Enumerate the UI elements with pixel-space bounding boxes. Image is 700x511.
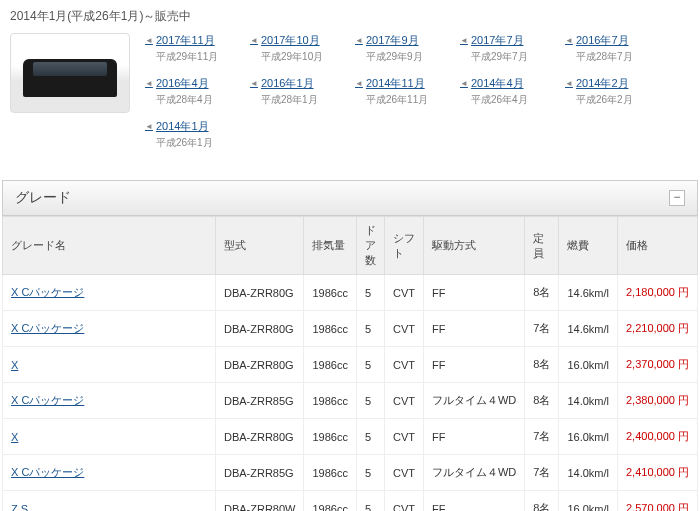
car-thumbnail — [10, 33, 130, 113]
cell-shift: CVT — [384, 347, 423, 383]
cell-model: DBA-ZRR80G — [215, 275, 304, 311]
grade-link[interactable]: X Cパッケージ — [11, 394, 84, 406]
cell-model: DBA-ZRR80G — [215, 419, 304, 455]
cell-shift: CVT — [384, 275, 423, 311]
cell-fuel: 16.0km/l — [559, 347, 618, 383]
cell-shift: CVT — [384, 383, 423, 419]
cell-drive: FF — [423, 311, 524, 347]
cell-shift: CVT — [384, 455, 423, 491]
cell-disp: 1986cc — [304, 491, 356, 512]
cell-fuel: 14.6km/l — [559, 275, 618, 311]
cell-price: 2,400,000 円 — [618, 419, 698, 455]
collapse-button[interactable]: − — [669, 190, 685, 206]
year-link-item: 2014年2月平成26年2月 — [565, 76, 650, 107]
grade-link[interactable]: X Cパッケージ — [11, 466, 84, 478]
table-row: X CパッケージDBA-ZRR85G1986cc5CVTフルタイム４WD7名14… — [3, 455, 698, 491]
year-link[interactable]: 2014年4月 — [460, 76, 545, 91]
col-capacity: 定員 — [525, 217, 559, 275]
table-row: XDBA-ZRR80G1986cc5CVTFF8名16.0km/l2,370,0… — [3, 347, 698, 383]
cell-grade: X Cパッケージ — [3, 383, 216, 419]
year-link[interactable]: 2017年10月 — [250, 33, 335, 48]
cell-capacity: 8名 — [525, 347, 559, 383]
cell-capacity: 8名 — [525, 383, 559, 419]
cell-disp: 1986cc — [304, 347, 356, 383]
year-link-item: 2016年7月平成28年7月 — [565, 33, 650, 64]
section-header: グレード − — [2, 180, 698, 216]
col-drive: 駆動方式 — [423, 217, 524, 275]
cell-disp: 1986cc — [304, 383, 356, 419]
cell-fuel: 14.0km/l — [559, 383, 618, 419]
grade-link[interactable]: X — [11, 359, 18, 371]
cell-drive: FF — [423, 275, 524, 311]
cell-shift: CVT — [384, 491, 423, 512]
year-link[interactable]: 2016年4月 — [145, 76, 230, 91]
cell-doors: 5 — [356, 275, 384, 311]
table-header-row: グレード名 型式 排気量 ドア数 シフト 駆動方式 定員 燃費 価格 — [3, 217, 698, 275]
grade-link[interactable]: X — [11, 431, 18, 443]
cell-doors: 5 — [356, 419, 384, 455]
year-link[interactable]: 2016年1月 — [250, 76, 335, 91]
year-link-item: 2014年4月平成26年4月 — [460, 76, 545, 107]
grade-link[interactable]: Z S — [11, 503, 28, 512]
year-link-sub: 平成29年7月 — [471, 50, 545, 64]
col-shift: シフト — [384, 217, 423, 275]
year-link[interactable]: 2014年1月 — [145, 119, 230, 134]
cell-shift: CVT — [384, 419, 423, 455]
cell-grade: X — [3, 347, 216, 383]
cell-doors: 5 — [356, 491, 384, 512]
cell-grade: X Cパッケージ — [3, 275, 216, 311]
cell-disp: 1986cc — [304, 311, 356, 347]
cell-model: DBA-ZRR85G — [215, 383, 304, 419]
cell-price: 2,370,000 円 — [618, 347, 698, 383]
cell-grade: X — [3, 419, 216, 455]
year-link[interactable]: 2016年7月 — [565, 33, 650, 48]
year-link-sub: 平成29年9月 — [366, 50, 440, 64]
year-link[interactable]: 2017年9月 — [355, 33, 440, 48]
year-link-sub: 平成26年2月 — [576, 93, 650, 107]
cell-model: DBA-ZRR80G — [215, 311, 304, 347]
cell-doors: 5 — [356, 311, 384, 347]
cell-drive: フルタイム４WD — [423, 455, 524, 491]
year-link-sub: 平成29年11月 — [156, 50, 230, 64]
year-link-item: 2016年1月平成28年1月 — [250, 76, 335, 107]
cell-shift: CVT — [384, 311, 423, 347]
year-link-sub: 平成28年7月 — [576, 50, 650, 64]
grade-link[interactable]: X Cパッケージ — [11, 286, 84, 298]
cell-grade: Z S — [3, 491, 216, 512]
cell-model: DBA-ZRR80W — [215, 491, 304, 512]
cell-grade: X Cパッケージ — [3, 455, 216, 491]
year-link-item: 2014年1月平成26年1月 — [145, 119, 230, 150]
col-model: 型式 — [215, 217, 304, 275]
col-grade: グレード名 — [3, 217, 216, 275]
year-link[interactable]: 2014年11月 — [355, 76, 440, 91]
col-fuel: 燃費 — [559, 217, 618, 275]
cell-doors: 5 — [356, 455, 384, 491]
section-title-text: グレード — [15, 189, 71, 207]
cell-drive: FF — [423, 419, 524, 455]
year-link-sub: 平成26年1月 — [156, 136, 230, 150]
year-link[interactable]: 2017年7月 — [460, 33, 545, 48]
grade-link[interactable]: X Cパッケージ — [11, 322, 84, 334]
col-disp: 排気量 — [304, 217, 356, 275]
top-section: 2017年11月平成29年11月2017年10月平成29年10月2017年9月平… — [0, 33, 700, 160]
year-link[interactable]: 2014年2月 — [565, 76, 650, 91]
cell-disp: 1986cc — [304, 275, 356, 311]
col-doors: ドア数 — [356, 217, 384, 275]
cell-doors: 5 — [356, 347, 384, 383]
cell-drive: フルタイム４WD — [423, 383, 524, 419]
table-row: X CパッケージDBA-ZRR80G1986cc5CVTFF8名14.6km/l… — [3, 275, 698, 311]
year-link-item: 2017年9月平成29年9月 — [355, 33, 440, 64]
year-link[interactable]: 2017年11月 — [145, 33, 230, 48]
year-link-sub: 平成28年4月 — [156, 93, 230, 107]
cell-price: 2,180,000 円 — [618, 275, 698, 311]
year-links: 2017年11月平成29年11月2017年10月平成29年10月2017年9月平… — [145, 33, 690, 150]
cell-drive: FF — [423, 347, 524, 383]
cell-fuel: 16.0km/l — [559, 491, 618, 512]
year-link-item: 2017年7月平成29年7月 — [460, 33, 545, 64]
cell-price: 2,410,000 円 — [618, 455, 698, 491]
header-period: 2014年1月(平成26年1月)～販売中 — [0, 0, 700, 33]
table-row: X CパッケージDBA-ZRR80G1986cc5CVTFF7名14.6km/l… — [3, 311, 698, 347]
cell-price: 2,570,000 円 — [618, 491, 698, 512]
cell-fuel: 14.0km/l — [559, 455, 618, 491]
cell-fuel: 14.6km/l — [559, 311, 618, 347]
